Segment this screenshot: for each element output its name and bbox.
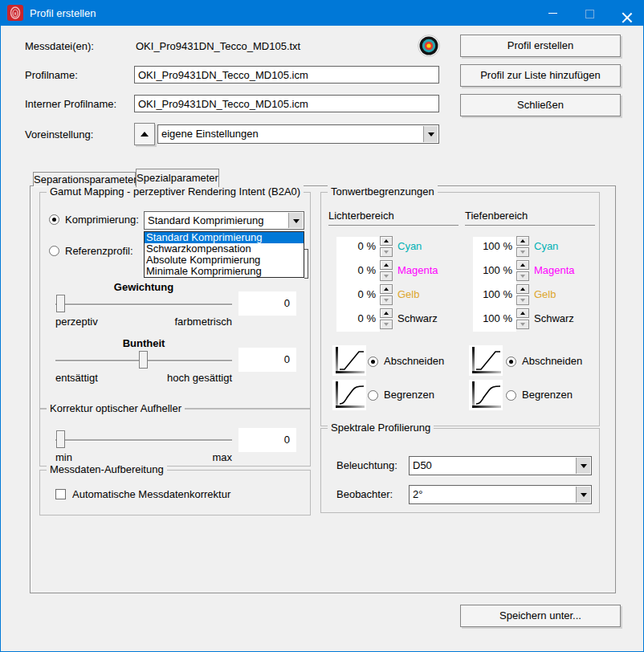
- lichter-cyan-spin-up[interactable]: [380, 236, 393, 246]
- gewichtung-value[interactable]: 0: [238, 291, 296, 316]
- gewichtung-slider[interactable]: [55, 295, 232, 314]
- target-icon: [418, 35, 440, 57]
- buntheit-title: Buntheit: [55, 337, 232, 349]
- tiefen-schwarz-value[interactable]: 100 %: [473, 311, 512, 327]
- beobachter-combobox[interactable]: 2°: [409, 485, 592, 504]
- lichter-cyan-spin-down[interactable]: [380, 247, 393, 257]
- gewichtung-left-label: perzeptiv: [55, 316, 98, 328]
- aufheller-min-label: min: [55, 451, 72, 464]
- beobachter-value: 2°: [413, 486, 422, 503]
- lichter-gelb-spin-up[interactable]: [380, 284, 393, 294]
- tiefen-cyan-spin-down[interactable]: [516, 247, 529, 257]
- lichter-magenta-spin-down[interactable]: [380, 271, 393, 281]
- messdatenkorrektur-checkbox[interactable]: [55, 489, 66, 499]
- dropdown-button[interactable]: [576, 487, 590, 503]
- close-button[interactable]: [608, 1, 644, 26]
- interner-profilname-input[interactable]: [134, 95, 439, 112]
- dropdown-option-3[interactable]: Absolute Komprimierung: [145, 255, 304, 266]
- minimize-button[interactable]: [534, 1, 571, 26]
- voreinstellung-value: eigene Einstellungen: [161, 125, 259, 143]
- schliessen-button[interactable]: Schließen: [460, 94, 621, 116]
- referenzprofil-radio[interactable]: [49, 246, 59, 256]
- buntheit-left-label: entsättigt: [55, 372, 98, 385]
- beleuchtung-combobox[interactable]: D50: [409, 456, 592, 475]
- lichter-schwarz-spin-down[interactable]: [380, 320, 393, 329]
- dropdown-option-2[interactable]: Schwarzkompensation: [145, 243, 304, 255]
- dropdown-option-1[interactable]: Standard Komprimierung: [145, 232, 304, 243]
- komprimierung-value: Standard Komprimierung: [148, 212, 264, 229]
- tiefenbereich-header: Tiefenbereich: [465, 210, 528, 222]
- spin-down-icon: [384, 251, 389, 254]
- limit-curve-icon: [469, 380, 503, 410]
- tiefen-begrenzen-radio[interactable]: [506, 390, 516, 401]
- messdatenkorrektur-label: Automatische Messdatenkorrektur: [72, 488, 230, 501]
- lichter-gelb-value[interactable]: 0 %: [336, 287, 376, 303]
- lichter-abschneiden-label: Abschneiden: [384, 355, 444, 368]
- tiefenbereich-underline: [465, 225, 595, 226]
- komprimierung-combobox[interactable]: Standard Komprimierung: [144, 211, 304, 230]
- lichter-magenta-spin-up[interactable]: [380, 260, 393, 270]
- voreinstellung-combobox[interactable]: eigene Einstellungen: [157, 124, 439, 144]
- spin-up-icon: [520, 312, 525, 315]
- lichter-gelb-spin-down[interactable]: [380, 295, 393, 305]
- lichterbereich-underline: [328, 225, 459, 226]
- tiefen-gelb-spin-down[interactable]: [516, 295, 529, 305]
- tiefen-schwarz-spin-down[interactable]: [516, 320, 529, 329]
- lichter-begrenzen-radio[interactable]: [368, 390, 378, 401]
- tiefen-schwarz-spin-up[interactable]: [516, 308, 529, 318]
- tiefen-abschneiden-radio[interactable]: [506, 357, 516, 367]
- chevron-down-icon: [428, 132, 434, 137]
- channel-label-magenta: Magenta: [534, 263, 575, 279]
- aufheller-slider-thumb[interactable]: [56, 430, 65, 448]
- limit-curve-icon: [332, 380, 366, 410]
- spin-up-icon: [520, 239, 525, 242]
- tiefen-cyan-spin-up[interactable]: [516, 236, 529, 246]
- maximize-button[interactable]: [571, 1, 608, 26]
- dropdown-button[interactable]: [423, 126, 438, 142]
- tiefen-gelb-value[interactable]: 100 %: [473, 287, 512, 303]
- spin-up-icon: [384, 312, 389, 315]
- komprimierung-radio[interactable]: [49, 214, 59, 225]
- tab-separationsparameter[interactable]: Separationsparameter: [33, 172, 136, 186]
- buntheit-slider-thumb[interactable]: [139, 351, 148, 369]
- tab-spezialparameter[interactable]: Spezialparameter: [136, 169, 219, 187]
- komprimierung-dropdown-button[interactable]: [288, 213, 303, 228]
- chevron-down-icon: [581, 493, 587, 497]
- tiefen-magenta-spin-down[interactable]: [516, 271, 529, 281]
- spin-down-icon: [384, 275, 389, 278]
- komprimierung-dropdown-list: Standard Komprimierung Schwarzkompensati…: [144, 231, 304, 278]
- clip-curve-icon: [332, 345, 366, 376]
- spin-up-icon: [520, 263, 525, 267]
- preset-up-button[interactable]: [134, 123, 155, 145]
- lichter-magenta-value[interactable]: 0 %: [336, 263, 376, 279]
- lichter-abschneiden-radio[interactable]: [368, 357, 378, 367]
- window-title: Profil erstellen: [30, 1, 96, 26]
- channel-label-gelb: Gelb: [397, 287, 419, 303]
- gewichtung-slider-thumb[interactable]: [56, 295, 65, 312]
- channel-label-cyan: Cyan: [397, 238, 422, 255]
- gamut-mapping-title: Gamut Mapping - perzeptiver Rendering In…: [47, 185, 304, 198]
- dropdown-button[interactable]: [576, 458, 590, 474]
- aufheller-title: Korrektur optischer Aufheller: [47, 402, 185, 415]
- voreinstellung-label: Voreinstellung:: [25, 128, 93, 141]
- lichter-schwarz-value[interactable]: 0 %: [336, 311, 376, 327]
- tiefen-magenta-spin-up[interactable]: [516, 260, 529, 270]
- lichter-schwarz-spin-up[interactable]: [380, 308, 393, 318]
- buntheit-value[interactable]: 0: [238, 348, 296, 372]
- aufheller-slider[interactable]: [55, 430, 232, 450]
- profil-zur-liste-button[interactable]: Profil zur Liste hinzufügen: [460, 64, 621, 87]
- speichern-unter-button[interactable]: Speichern unter...: [460, 605, 621, 627]
- referenzprofil-combobox-edge: [304, 249, 308, 279]
- tiefen-magenta-value[interactable]: 100 %: [473, 263, 512, 279]
- aufheller-value[interactable]: 0: [238, 428, 296, 452]
- chevron-down-icon: [293, 219, 300, 223]
- profilname-input[interactable]: [134, 66, 439, 84]
- profil-erstellen-button[interactable]: Profil erstellen: [460, 35, 621, 57]
- referenzprofil-label: Referenzprofil:: [65, 245, 133, 258]
- spin-down-icon: [520, 299, 525, 302]
- buntheit-slider[interactable]: [55, 351, 232, 370]
- tiefen-cyan-value[interactable]: 100 %: [473, 238, 512, 255]
- dropdown-option-4[interactable]: Minimale Komprimierung: [145, 266, 304, 277]
- lichter-cyan-value[interactable]: 0 %: [336, 238, 376, 255]
- tiefen-gelb-spin-up[interactable]: [516, 284, 529, 294]
